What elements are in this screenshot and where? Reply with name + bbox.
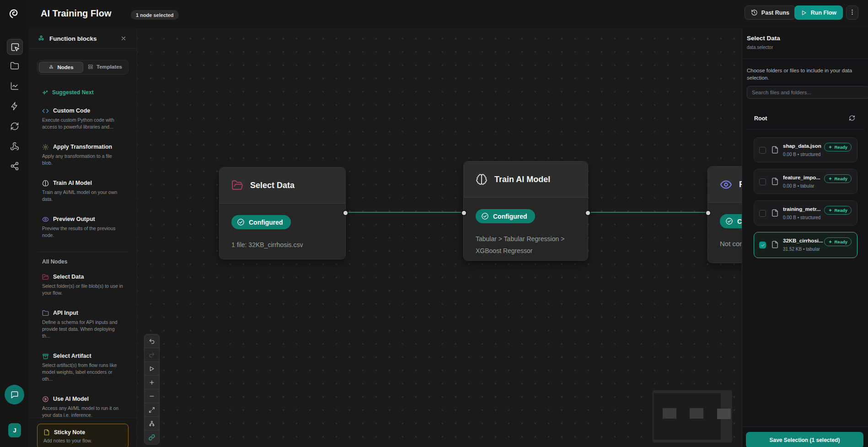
flow-title: AI Training Flow bbox=[41, 8, 111, 19]
file-meta: 0.00 B • tabular bbox=[783, 183, 814, 188]
output-handle[interactable] bbox=[343, 210, 348, 216]
node-detail: Tabular > Tabular Regression > XGBoost R… bbox=[476, 233, 576, 257]
all-nodes-header: All Nodes bbox=[37, 259, 129, 265]
item-title: Train AI Model bbox=[53, 179, 92, 187]
sparkles-icon bbox=[42, 89, 48, 96]
folder-open-icon bbox=[42, 274, 49, 280]
zoom-in-button[interactable] bbox=[145, 376, 159, 389]
canvas-node-preview-output[interactable]: Preview Output Configured Not configured bbox=[707, 166, 742, 263]
run-flow-label: Run Flow bbox=[811, 10, 836, 16]
link-mode-button[interactable] bbox=[145, 431, 159, 444]
ready-badge: Ready bbox=[824, 143, 852, 151]
edge-select-to-train bbox=[345, 212, 463, 213]
sticky-note-section: Sticky Note Add notes to your flow. bbox=[29, 418, 137, 447]
node-detail: 1 file: 32KB_cirrhosis.csv bbox=[231, 239, 333, 251]
sparkle-icon bbox=[828, 145, 832, 149]
sync-nav-button[interactable] bbox=[7, 118, 22, 134]
run-button[interactable] bbox=[145, 362, 159, 376]
checkbox-checked[interactable] bbox=[759, 242, 766, 248]
redo-button[interactable] bbox=[145, 348, 159, 362]
undo-button[interactable] bbox=[145, 334, 159, 348]
sticky-note-item[interactable]: Sticky Note Add notes to your flow. bbox=[37, 424, 129, 447]
item-desc: Preview the results of the previous node… bbox=[42, 225, 123, 239]
webhook-nav-button[interactable] bbox=[7, 139, 22, 154]
share-nav-button[interactable] bbox=[7, 158, 22, 173]
ready-badge: Ready bbox=[824, 174, 852, 183]
auto-layout-button[interactable] bbox=[145, 417, 159, 431]
nodes-cluster-icon bbox=[38, 35, 45, 42]
gear-icon bbox=[42, 144, 49, 151]
file-row-training-metrics[interactable]: training_metr... Ready 0.00 B • structur… bbox=[754, 200, 857, 226]
file-meta: 0.00 B • structured bbox=[783, 152, 820, 157]
node-item-preview-output[interactable]: Preview Output Preview the results of th… bbox=[37, 215, 129, 239]
item-title: Preview Output bbox=[53, 215, 95, 223]
note-icon bbox=[43, 429, 50, 436]
canvas-toolbar bbox=[144, 334, 160, 445]
node-item-apply-transformation[interactable]: Apply Transformation Apply any transform… bbox=[37, 143, 129, 167]
item-desc: Execute custom Python code with access t… bbox=[42, 117, 123, 130]
file-icon bbox=[771, 177, 779, 186]
zoom-out-button[interactable] bbox=[145, 389, 159, 403]
files-nav-button[interactable] bbox=[7, 58, 22, 73]
minimap[interactable] bbox=[653, 390, 732, 442]
minimap-node bbox=[690, 408, 703, 419]
run-flow-button[interactable]: Run Flow bbox=[794, 5, 843, 20]
user-avatar[interactable]: J bbox=[8, 423, 21, 437]
checkbox[interactable] bbox=[759, 178, 766, 185]
node-item-select-artifact[interactable]: Select Artifact Select artifact(s) from … bbox=[37, 352, 129, 382]
save-selection-button[interactable]: Save Selection (1 selected) bbox=[746, 432, 863, 447]
past-runs-button[interactable]: Past Runs bbox=[745, 5, 796, 20]
past-runs-label: Past Runs bbox=[761, 10, 789, 16]
ready-badge: Ready bbox=[824, 206, 852, 215]
divider bbox=[746, 129, 864, 129]
root-label: Root bbox=[754, 115, 767, 122]
folder-open-icon bbox=[231, 179, 243, 191]
code-icon bbox=[42, 108, 49, 114]
status-badge: Configured bbox=[231, 215, 291, 229]
minimap-node-selected bbox=[717, 409, 731, 419]
app-logo-icon bbox=[7, 6, 21, 20]
tab-templates[interactable]: Templates bbox=[83, 62, 127, 72]
item-desc: Define a schema for API inputs and provi… bbox=[42, 319, 123, 339]
close-icon[interactable] bbox=[120, 35, 127, 42]
refresh-icon[interactable] bbox=[849, 115, 855, 121]
node-detail: Not configured bbox=[720, 238, 742, 250]
node-item-use-ai-model[interactable]: Use AI Model Access any AI/ML model to r… bbox=[37, 395, 129, 419]
input-handle[interactable] bbox=[705, 210, 711, 216]
inspector-subtitle: data.selector bbox=[747, 45, 773, 50]
item-title: Custom Code bbox=[53, 107, 90, 114]
check-circle-icon bbox=[481, 212, 489, 220]
templates-tab-icon bbox=[88, 64, 93, 70]
node-item-api-input[interactable]: API Input Define a schema for API inputs… bbox=[37, 309, 129, 339]
output-handle[interactable] bbox=[585, 210, 591, 216]
play-circle-icon bbox=[42, 396, 49, 403]
fit-view-button[interactable] bbox=[145, 403, 159, 417]
file-name: shap_data.json bbox=[783, 143, 831, 149]
brain-icon bbox=[476, 173, 488, 185]
chat-support-button[interactable] bbox=[5, 385, 24, 404]
input-handle[interactable] bbox=[461, 210, 467, 216]
actions-nav-button[interactable] bbox=[7, 98, 22, 113]
file-row-32kb-cirrhosis[interactable]: 32KB_cirrhosi... Ready 31.52 KB • tabula… bbox=[754, 232, 857, 258]
flow-canvas[interactable]: Select Data Configured 1 file: 32KB_cirr… bbox=[138, 28, 742, 447]
checkbox[interactable] bbox=[759, 147, 766, 154]
file-row-feature-importance[interactable]: feature_impo... Ready 0.00 B • tabular bbox=[754, 169, 857, 194]
node-item-custom-code[interactable]: Custom Code Execute custom Python code w… bbox=[37, 107, 129, 130]
item-desc: Train any AI/ML model on your own data. bbox=[42, 189, 123, 203]
canvas-node-select-data[interactable]: Select Data Configured 1 file: 32KB_cirr… bbox=[219, 167, 346, 259]
search-input[interactable] bbox=[747, 86, 868, 99]
checkbox[interactable] bbox=[759, 210, 766, 217]
node-item-train-ai-model[interactable]: Train AI Model Train any AI/ML model on … bbox=[37, 179, 129, 203]
more-options-button[interactable] bbox=[846, 5, 858, 20]
file-row-shap-data[interactable]: shap_data.json Ready 0.00 B • structured bbox=[754, 137, 857, 162]
tab-nodes[interactable]: Nodes bbox=[39, 62, 83, 73]
check-circle-icon bbox=[725, 217, 733, 225]
nodes-tab-label: Nodes bbox=[57, 65, 73, 70]
select-tool-button[interactable] bbox=[7, 39, 23, 55]
status-label: Configured bbox=[493, 213, 527, 220]
file-name: feature_impo... bbox=[783, 175, 831, 180]
inspector-panel: Select Data data.selector Choose folders… bbox=[742, 28, 868, 447]
analytics-nav-button[interactable] bbox=[7, 78, 22, 93]
canvas-node-train-ai-model[interactable]: Train AI Model Configured Tabular > Tabu… bbox=[463, 161, 588, 261]
node-item-select-data[interactable]: Select Data Select folder(s) or file blo… bbox=[37, 273, 129, 296]
